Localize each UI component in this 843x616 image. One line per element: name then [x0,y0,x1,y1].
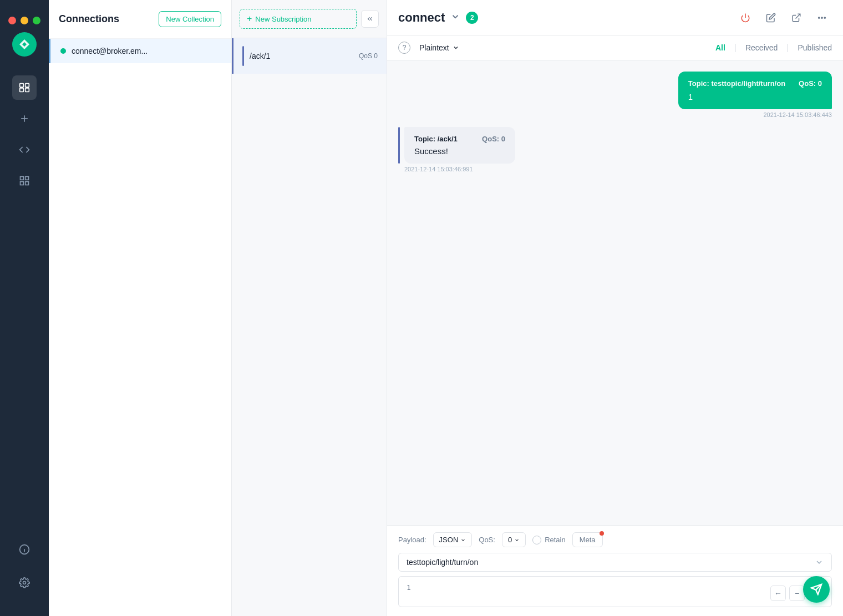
svg-rect-7 [26,177,29,180]
svg-point-17 [824,17,825,18]
new-collection-button[interactable]: New Collection [159,11,221,27]
svg-point-15 [819,17,820,18]
received-message-wrapper: Topic: /ack/1 QoS: 0 Success! [398,127,515,164]
filter-tab-published[interactable]: Published [798,41,832,54]
topic-input[interactable] [407,558,815,567]
received-left-bar [398,127,400,164]
filter-tab-received[interactable]: Received [745,41,778,54]
nav-settings-btn[interactable] [12,571,37,595]
filter-divider-1: | [734,43,737,53]
payload-label: Payload: [398,536,426,544]
nav-info-btn[interactable] [12,537,37,562]
received-content: Success! [414,146,505,156]
subscription-color-bar [242,46,244,66]
published-content: 1 [688,92,822,101]
received-topic-row: Topic: /ack/1 QoS: 0 [414,135,505,143]
collapse-panel-button[interactable] [361,10,379,28]
subscription-item[interactable]: /ack/1 QoS 0 [232,38,387,74]
retain-option[interactable]: Retain [532,536,566,544]
svg-rect-3 [26,88,29,92]
app-logo[interactable] [12,32,37,57]
connections-header: Connections New Collection [49,0,231,39]
more-options-button[interactable] [812,8,832,28]
svg-rect-1 [26,84,29,88]
published-timestamp: 2021-12-14 15:03:46:443 [763,111,832,118]
power-button[interactable] [735,8,755,28]
nav-data-btn[interactable] [12,169,37,193]
subscription-qos: QoS 0 [359,52,378,60]
svg-rect-8 [21,182,24,185]
filter-bar: ? Plaintext All | Received | Published [387,35,843,60]
nav-bar [0,0,49,616]
subscriptions-header: + New Subscription [232,0,387,38]
new-window-button[interactable] [786,8,806,28]
minimize-button[interactable] [21,17,28,24]
plus-icon: + [247,14,252,24]
published-topic-row: Topic: testtopic/light/turn/on QoS: 0 [688,79,822,88]
published-message: Topic: testtopic/light/turn/on QoS: 0 1 … [398,72,832,118]
nav-add-btn[interactable] [12,106,37,131]
connection-title: connect [398,11,445,25]
chevron-down-icon[interactable] [450,12,460,24]
message-count-badge: 2 [466,12,478,24]
nav-top [0,32,49,196]
received-timestamp: 2021-12-14 15:03:46:991 [404,166,473,172]
main-header: connect 2 [387,0,843,35]
payload-line-number: 1 [407,583,411,592]
message-filter-tabs: All | Received | Published [715,41,832,54]
main-area: connect 2 [387,0,843,616]
connections-title: Connections [59,13,119,25]
published-topic: Topic: testtopic/light/turn/on [688,79,785,88]
subscriptions-panel: + New Subscription /ack/1 QoS 0 [232,0,387,616]
meta-button[interactable]: Meta [572,532,603,547]
payload-editor[interactable]: 1 ← − → [398,576,832,607]
connection-name: connect@broker.em... [72,47,148,55]
messages-container: Topic: testtopic/light/turn/on QoS: 0 1 … [387,60,843,525]
connection-item[interactable]: connect@broker.em... [49,39,231,63]
svg-rect-0 [20,84,24,88]
send-button[interactable] [803,576,830,603]
qos-select[interactable]: 0 [502,532,526,547]
qos-label: QoS: [479,536,495,544]
payload-format-value: JSON [439,536,459,544]
format-selector[interactable]: Plaintext [419,43,459,52]
published-message-bubble: Topic: testtopic/light/turn/on QoS: 0 1 [678,72,832,109]
topic-row [398,553,832,572]
svg-point-13 [23,582,26,584]
published-qos: QoS: 0 [799,79,822,88]
edit-button[interactable] [761,8,781,28]
connection-status-dot [60,48,66,54]
compose-options-row: Payload: JSON QoS: 0 Retain Meta [398,532,832,547]
svg-rect-9 [26,182,29,185]
retain-label: Retain [545,536,566,544]
nav-connections-btn[interactable] [12,75,37,100]
format-label: Plaintext [419,43,449,52]
meta-dot [600,531,604,536]
svg-rect-2 [20,88,24,92]
svg-rect-6 [21,177,24,180]
nav-script-btn[interactable] [12,138,37,162]
close-button[interactable] [8,17,16,24]
nav-back-button[interactable]: ← [770,586,786,601]
connections-sidebar: Connections New Collection connect@broke… [49,0,232,616]
subscription-topic: /ack/1 [250,52,359,60]
window-controls [0,9,49,32]
maximize-button[interactable] [33,17,40,24]
received-message: Topic: /ack/1 QoS: 0 Success! 2021-12-14… [398,127,832,172]
svg-point-16 [821,17,822,18]
received-qos: QoS: 0 [482,135,505,143]
compose-area: Payload: JSON QoS: 0 Retain Meta [387,525,843,616]
new-subscription-button[interactable]: + New Subscription [240,9,357,29]
nav-bottom [0,534,49,607]
retain-radio[interactable] [532,536,541,544]
filter-divider-2: | [786,43,789,53]
received-topic: Topic: /ack/1 [414,135,458,143]
received-message-bubble: Topic: /ack/1 QoS: 0 Success! [404,127,515,164]
nav-collapse-button[interactable]: − [789,586,805,601]
qos-value: 0 [508,536,512,544]
filter-tab-all[interactable]: All [715,41,725,54]
topic-expand-icon[interactable] [815,558,824,567]
help-icon[interactable]: ? [398,42,410,54]
payload-format-select[interactable]: JSON [433,532,473,547]
